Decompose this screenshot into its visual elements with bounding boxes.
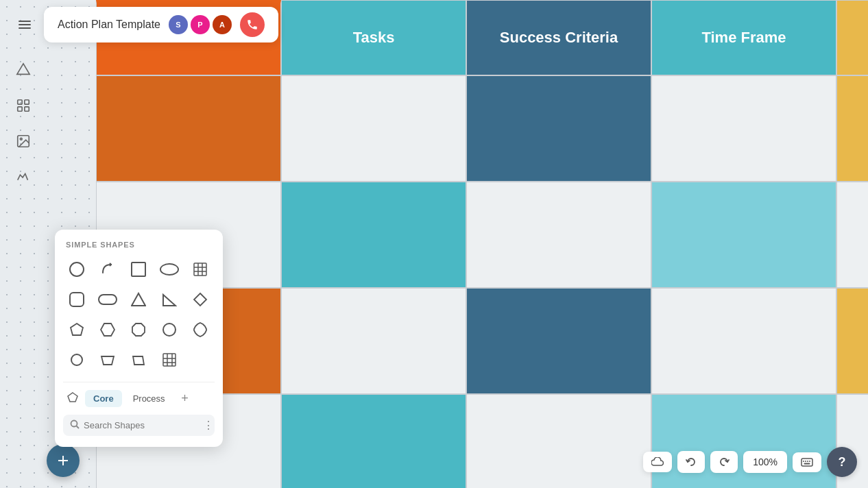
shape-hexagon-button[interactable] [94, 316, 121, 343]
row5-col2[interactable] [281, 394, 466, 488]
svg-marker-15 [163, 295, 176, 306]
shape-ellipse-button[interactable] [156, 256, 183, 283]
svg-marker-17 [71, 324, 83, 335]
shapes-tab-icon [63, 389, 82, 408]
row2-col1[interactable] [96, 75, 281, 182]
help-button[interactable]: ? [827, 447, 857, 477]
sidebar-shapes-button[interactable] [8, 55, 38, 85]
svg-point-29 [71, 421, 77, 427]
undo-button[interactable] [677, 451, 705, 473]
shapes-grid [63, 256, 215, 374]
fab-button[interactable] [47, 444, 80, 477]
left-sidebar [0, 0, 47, 488]
row2-col4[interactable] [651, 75, 836, 182]
sidebar-diagram-button[interactable] [8, 162, 38, 192]
panel-tabs: Core Process + [63, 382, 215, 408]
avatar-3: A [213, 15, 232, 34]
bottom-toolbar: 100% ? [643, 447, 857, 477]
row4-col2[interactable] [281, 288, 466, 394]
row2-col5[interactable] [836, 75, 868, 182]
svg-marker-19 [132, 324, 145, 336]
svg-rect-23 [163, 354, 176, 366]
shape-pentagon-button[interactable] [63, 316, 91, 343]
col2-header: Tasks [281, 0, 466, 75]
search-bar: ⋮ [63, 415, 215, 436]
svg-rect-6 [25, 107, 29, 111]
shape-pill-button[interactable] [94, 286, 121, 313]
svg-marker-14 [132, 293, 145, 306]
shape-parallelogram-button[interactable] [125, 346, 152, 374]
svg-marker-20 [194, 323, 206, 337]
cloud-save-button[interactable] [643, 452, 672, 472]
shape-right-triangle-button[interactable] [156, 286, 183, 313]
svg-rect-4 [25, 100, 29, 104]
row3-col2[interactable] [281, 182, 466, 288]
title-pill: Action Plan Template S P A [44, 7, 278, 42]
col3-header-label: Success Criteria [500, 29, 618, 47]
search-more-button[interactable]: ⋮ [203, 419, 214, 432]
shape-octagon-button[interactable] [125, 316, 152, 343]
shapes-panel: SIMPLE SHAPES [55, 230, 223, 447]
shape-empty-button [186, 346, 214, 374]
svg-line-30 [77, 426, 80, 429]
svg-marker-22 [133, 356, 144, 365]
zoom-level: 100% [743, 451, 787, 473]
row3-col5[interactable] [836, 182, 868, 288]
svg-marker-16 [194, 293, 206, 306]
shape-rounded-rect-button[interactable] [63, 286, 91, 313]
shapes-section-title: SIMPLE SHAPES [63, 241, 215, 249]
sidebar-frame-button[interactable] [8, 90, 38, 121]
avatar-1: S [169, 15, 188, 34]
call-button[interactable] [240, 12, 265, 37]
row3-col4[interactable] [651, 182, 836, 288]
col2-header-label: Tasks [353, 29, 395, 47]
shape-12gon-button[interactable] [186, 316, 214, 343]
svg-rect-3 [18, 100, 22, 104]
col5-header [836, 0, 868, 75]
row2-col3[interactable] [466, 75, 651, 182]
svg-rect-9 [194, 263, 206, 276]
svg-rect-5 [18, 107, 22, 111]
svg-rect-33 [801, 459, 812, 466]
svg-marker-21 [101, 356, 114, 365]
shape-diamond-button[interactable] [186, 286, 214, 313]
shape-arc-button[interactable] [94, 256, 121, 283]
shape-table-button[interactable] [186, 256, 214, 283]
search-input[interactable] [84, 420, 199, 430]
col3-header: Success Criteria [466, 0, 651, 75]
tab-core[interactable]: Core [85, 390, 122, 407]
row4-col4[interactable] [651, 288, 836, 394]
shape-trapezoid-button[interactable] [94, 346, 121, 374]
sidebar-image-button[interactable] [8, 126, 38, 156]
svg-marker-18 [101, 324, 114, 336]
avatar-2: P [191, 15, 210, 34]
keyboard-shortcut-button[interactable] [793, 452, 821, 472]
tab-process[interactable]: Process [125, 390, 173, 407]
row4-col5[interactable] [836, 288, 868, 394]
menu-button[interactable] [11, 11, 38, 38]
shape-circle3-button[interactable] [63, 346, 91, 374]
redo-button[interactable] [710, 451, 738, 473]
collaborator-avatars: S P A [169, 15, 232, 34]
svg-marker-28 [68, 393, 77, 402]
shape-grid-button[interactable] [156, 346, 183, 374]
col4-header-label: Time Frame [701, 29, 786, 47]
row5-col3[interactable] [466, 394, 651, 488]
shape-circle2-button[interactable] [156, 316, 183, 343]
search-icon [70, 419, 80, 431]
document-title: Action Plan Template [58, 19, 160, 31]
svg-point-8 [20, 138, 22, 140]
tab-add-button[interactable]: + [176, 390, 194, 408]
row2-col2[interactable] [281, 75, 466, 182]
shape-square-button[interactable] [125, 256, 152, 283]
shape-triangle-button[interactable] [125, 286, 152, 313]
row4-col3[interactable] [466, 288, 651, 394]
row3-col3[interactable] [466, 182, 651, 288]
col4-header: Time Frame [651, 0, 836, 75]
shape-circle-button[interactable] [63, 256, 91, 283]
